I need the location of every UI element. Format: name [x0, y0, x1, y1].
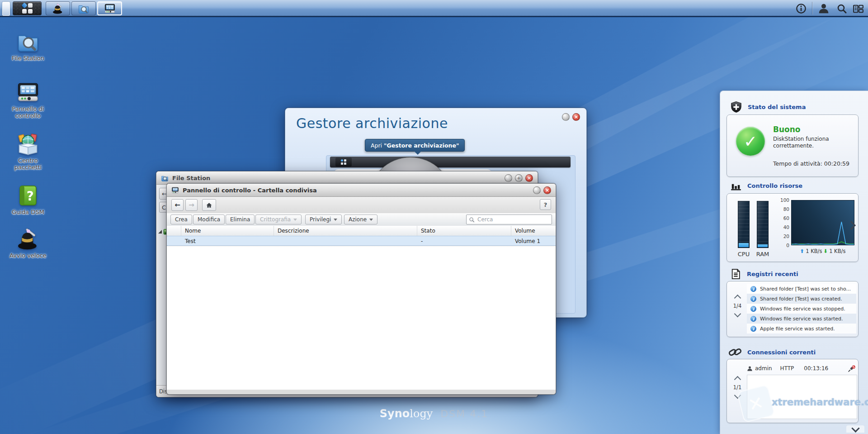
desktop-icon-label: Pannello di controllo [9, 106, 47, 119]
page-indicator: 1/1 [733, 384, 742, 391]
widget-panel: Stato del sistema ✓ Buono DiskStation fu… [720, 91, 868, 434]
system-info-button[interactable] [794, 0, 808, 17]
widget-title: Connessioni correnti [747, 349, 816, 356]
control-panel-titlebar[interactable]: Pannello di controllo - Cartella condivi… [167, 184, 556, 197]
privileges-dropdown-button[interactable]: Privilegi [305, 215, 342, 224]
search-icon [469, 217, 475, 223]
taskbar-quick-start-button[interactable] [46, 1, 70, 15]
widget-title: Controllo risorse [747, 182, 802, 189]
dsm-help-icon [16, 184, 40, 207]
ram-label: RAM [755, 251, 770, 258]
user-menu-button[interactable] [816, 0, 831, 17]
delete-button[interactable]: Elimina [226, 215, 255, 224]
taskbar [0, 0, 868, 17]
global-search-button[interactable] [835, 0, 849, 17]
close-icon[interactable]: × [525, 174, 533, 182]
file-station-icon [78, 3, 90, 14]
search-icon [836, 3, 847, 14]
edit-button[interactable]: Modifica [193, 215, 225, 224]
back-button[interactable]: ← [171, 199, 184, 211]
system-health-card: ✓ Buono DiskStation funziona correttamen… [726, 114, 859, 177]
magic-hat-icon [52, 3, 64, 14]
desktop-icon-label: File Station [5, 55, 51, 62]
log-entry: iApple file service was started. [747, 324, 856, 334]
connection-protocol: HTTP [780, 365, 794, 372]
cpu-meter-fill [739, 243, 749, 247]
open-resource-monitor-button[interactable] [848, 222, 854, 230]
dropdown-caret-icon [334, 219, 337, 221]
desktop-icon-dsm-help[interactable]: Guida DSM [5, 184, 51, 216]
desktop-icon-file-station[interactable]: File Station [5, 30, 51, 62]
widgets-panel-icon [853, 3, 864, 14]
bar-chart-icon [730, 180, 742, 191]
column-header-volume[interactable]: Volume [511, 226, 556, 236]
action-dropdown-button[interactable]: Azione [344, 215, 377, 224]
recent-logs-header: Registri recenti [730, 268, 798, 280]
window-title: File Station [172, 175, 210, 181]
info-icon: i [750, 306, 756, 312]
mini-taskbar [330, 157, 571, 167]
chevron-down-icon[interactable] [734, 392, 741, 399]
control-panel-icon [104, 3, 116, 14]
cell-description [274, 236, 417, 246]
desktop-icon-package-center[interactable]: Centro pacchetti [5, 132, 51, 171]
log-entry: iShared folder [Test] was created. [747, 294, 856, 304]
download-rate: 1 KB/s [829, 248, 845, 254]
health-description: DiskStation funziona correttamente. [773, 136, 841, 149]
taskbar-control-panel-button[interactable] [97, 1, 122, 15]
main-menu-button[interactable] [13, 1, 42, 15]
log-entry: iWindows file service was stopped. [747, 304, 856, 314]
minimize-button[interactable] [533, 186, 541, 194]
brand-text-bold: Syno [380, 407, 410, 420]
resource-monitor-header: Controllo risorse [730, 180, 802, 191]
disconnect-icon[interactable] [848, 365, 855, 372]
open-storage-manager-tooltip: Apri "Gestore archiviazione" [365, 139, 465, 152]
desktop-icon-label: Centro pacchetti [10, 157, 46, 171]
minimize-button[interactable] [562, 113, 570, 121]
package-center-icon [16, 132, 40, 156]
search-box [466, 215, 552, 224]
tree-expand-icon[interactable] [158, 230, 162, 234]
column-header-description[interactable]: Descrizione [274, 226, 417, 236]
file-station-icon [16, 30, 40, 53]
info-icon [796, 3, 807, 14]
create-button[interactable]: Crea [170, 215, 192, 224]
table-row-selected[interactable]: Test - Volume 1 [167, 236, 556, 246]
minimize-button[interactable] [505, 174, 512, 182]
recent-logs-card: 1/4 iShared folder [Test] was set to sho… [726, 281, 859, 337]
widget-panel-collapse-button[interactable] [846, 425, 864, 433]
table-header-handle [167, 226, 181, 236]
connection-duration: 00:13:16 [804, 365, 828, 372]
desktop-icon-control-panel[interactable]: Pannello di controllo [5, 81, 51, 119]
home-button[interactable] [202, 199, 216, 211]
graph-y-axis: 100 80 60 40 20 0 [773, 197, 789, 248]
show-desktop-button[interactable] [2, 2, 10, 16]
widget-title: Stato del sistema [748, 104, 806, 110]
home-icon [206, 202, 212, 209]
close-icon[interactable]: × [572, 113, 580, 121]
search-input[interactable] [476, 216, 549, 223]
cpu-label: CPU [736, 251, 751, 258]
file-station-titlebar[interactable]: File Station + × [156, 172, 538, 185]
help-button[interactable]: ? [540, 199, 551, 210]
widget-title: Registri recenti [747, 271, 798, 277]
download-arrow-icon: ⬇ [824, 248, 828, 254]
connections-header: Connessioni correnti [728, 345, 816, 359]
column-header-name[interactable]: Nome [181, 226, 274, 236]
taskbar-file-station-button[interactable] [71, 1, 96, 15]
connections-list-area [747, 375, 857, 419]
control-panel-toolbar: Crea Modifica Elimina Crittografia Privi… [167, 213, 556, 226]
user-icon [818, 3, 830, 14]
chevron-up-icon[interactable] [734, 376, 741, 383]
health-ok-icon: ✓ [736, 127, 765, 156]
info-icon: i [750, 286, 756, 292]
table-header-row: Nome Descrizione Stato Volume [167, 226, 556, 236]
widgets-toggle-button[interactable] [851, 0, 865, 17]
column-header-status[interactable]: Stato [417, 226, 511, 236]
cell-status: - [417, 236, 511, 246]
encryption-dropdown-button: Crittografia [255, 215, 302, 224]
maximize-button[interactable]: + [515, 174, 523, 182]
desktop-icon-quick-start[interactable]: Avvio veloce [5, 227, 51, 259]
file-station-window-icon [161, 174, 169, 182]
close-icon[interactable]: × [543, 186, 551, 194]
